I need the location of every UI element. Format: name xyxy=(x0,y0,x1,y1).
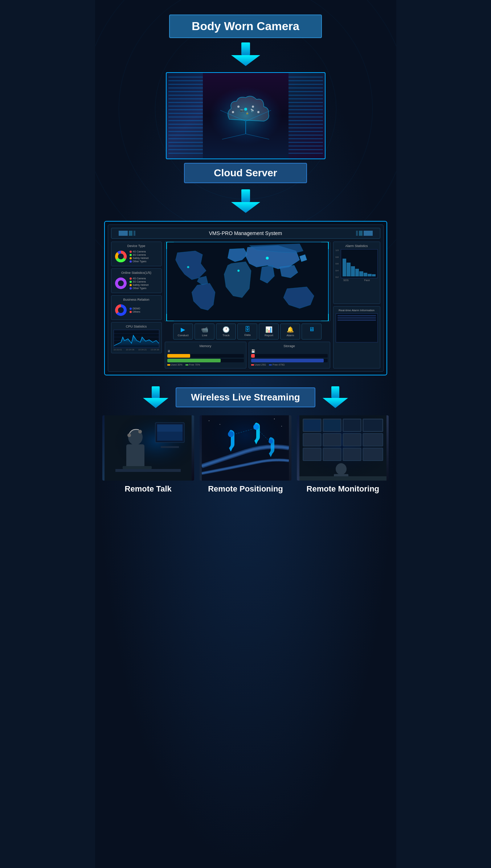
cloud-svg: 📷 🔒 📡 xyxy=(204,83,287,148)
svg-text:🔒: 🔒 xyxy=(246,111,249,115)
business-relation-content: DEMO Others xyxy=(114,303,159,317)
cpu-time-1: 10:33:51 xyxy=(114,349,122,351)
arrow-1 xyxy=(231,42,260,66)
svg-rect-76 xyxy=(303,448,321,461)
remote-positioning-label: Remote Positioning xyxy=(208,484,283,494)
data-label: Data xyxy=(244,333,250,337)
remote-talk-card: Remote Talk xyxy=(102,415,194,494)
svg-rect-50 xyxy=(157,424,183,441)
storage-title: Storage xyxy=(251,344,328,348)
svg-rect-0 xyxy=(241,42,250,55)
down-arrow-3-icon xyxy=(143,386,168,408)
live-label: Live xyxy=(202,334,208,337)
svg-point-9 xyxy=(237,106,240,108)
svg-marker-37 xyxy=(323,398,348,408)
cpu-time-4: 10:34:36 xyxy=(151,349,159,351)
conduct-icon: ▶ xyxy=(181,326,185,333)
storage-used-bar xyxy=(251,354,255,358)
conduct-button[interactable]: ▶ Conduct xyxy=(173,324,193,340)
alarm-bar-1 xyxy=(343,259,347,276)
device-type-content: 4G Camera 3G Camera Safety Helmet xyxy=(114,249,159,264)
svg-rect-72 xyxy=(303,433,321,446)
cpu-time-2: 10:34:06 xyxy=(126,349,134,351)
legend-4g-camera: 4G Camera xyxy=(130,250,149,253)
legend-others: Others xyxy=(130,310,140,313)
svg-point-60 xyxy=(274,419,275,419)
arrow-3-right xyxy=(323,386,348,408)
svg-point-47 xyxy=(138,430,142,433)
alarm-bars-chart xyxy=(341,249,378,278)
remote-talk-label: Remote Talk xyxy=(125,484,172,494)
svg-marker-17 xyxy=(231,202,260,213)
memory-used-legend: Used 30% xyxy=(167,363,183,366)
rt-row-2 xyxy=(337,317,376,318)
legend-online-3g: 3G Camera xyxy=(130,280,149,283)
page-wrapper: Body Worn Camera xyxy=(95,0,396,868)
svg-point-11 xyxy=(232,111,234,113)
cloud-server-label-box: Cloud Server xyxy=(184,163,307,183)
legend-online-other: Other Types xyxy=(130,287,149,289)
track-button[interactable]: 🕐 Track xyxy=(216,324,236,340)
svg-rect-83 xyxy=(304,420,320,431)
rt-row-3 xyxy=(337,320,376,321)
track-icon: 🕐 xyxy=(222,326,230,333)
real-time-body xyxy=(336,313,378,342)
legend-3g-camera: 3G Camera xyxy=(130,254,149,256)
svg-point-8 xyxy=(244,108,247,111)
data-icon: 🗄 xyxy=(245,326,250,333)
alarm-bar-6 xyxy=(364,273,368,277)
dashboard-inner: VMS-PRO Management System Device Type xyxy=(108,225,384,372)
data-button[interactable]: 🗄 Data xyxy=(237,324,257,340)
live-button[interactable]: 📹 Live xyxy=(195,324,214,340)
legend-other-types: Other Types xyxy=(130,260,149,263)
svg-rect-16 xyxy=(241,189,250,202)
cpu-stats-card: CPU Statistics xyxy=(111,322,162,353)
dashboard-header: VMS-PRO Management System xyxy=(111,228,380,239)
real-time-list xyxy=(336,314,377,323)
memory-free-label: Free 70% xyxy=(189,363,200,366)
memory-legend: Used 30% Free 70% xyxy=(167,363,244,366)
monitor-button[interactable]: 🖥 xyxy=(302,324,322,340)
storage-legend: Used 25G Free 475G xyxy=(251,363,328,366)
server-center: 📷 🔒 📡 xyxy=(203,73,289,159)
legend-online-4g: 4G Camera xyxy=(130,277,149,280)
bottom-section: Remote Talk xyxy=(102,415,389,494)
svg-rect-34 xyxy=(152,386,160,398)
cloud-server-label: Cloud Server xyxy=(214,167,277,179)
remote-positioning-image xyxy=(200,415,291,481)
rt-row-1 xyxy=(337,315,376,316)
report-button[interactable]: 📊 Report xyxy=(259,324,279,340)
remote-talk-svg xyxy=(105,415,192,481)
legend-demo: DEMO xyxy=(130,307,140,310)
storage-used-legend: Used 25G xyxy=(251,363,266,366)
storage-used-label: Used 25G xyxy=(255,363,266,366)
header-title-box: Body Worn Camera xyxy=(169,15,322,38)
memory-progress-bg xyxy=(167,354,244,358)
device-type-title: Device Type xyxy=(114,244,159,248)
storage-free-bar-bg xyxy=(251,359,328,362)
remote-talk-image xyxy=(102,415,194,481)
down-arrow-4-icon xyxy=(323,386,348,408)
alarm-stats-title: Alarm Statistics xyxy=(336,244,378,248)
storage-card: Storage 💾 xyxy=(249,342,330,369)
real-time-card: Real-time Alarm Information xyxy=(333,306,380,369)
header-deco-left xyxy=(119,231,135,236)
svg-text:📷: 📷 xyxy=(240,108,244,112)
arrow-2 xyxy=(231,189,260,213)
online-stats-legend: 4G Camera 3G Camera Safety Helmet xyxy=(130,277,149,289)
svg-point-53 xyxy=(228,431,234,437)
svg-rect-45 xyxy=(126,444,144,470)
storage-free-bar xyxy=(251,359,324,362)
storage-progress-bg xyxy=(251,354,328,358)
remote-monitoring-card: Remote Monitoring xyxy=(297,415,389,494)
remote-monitoring-label: Remote Monitoring xyxy=(307,484,379,494)
left-panel: Device Type xyxy=(111,242,162,369)
alarm-button[interactable]: 🔔 Alarm xyxy=(280,324,300,340)
svg-point-32 xyxy=(187,266,189,268)
device-type-card: Device Type xyxy=(111,242,162,266)
remote-positioning-card: Remote Positioning xyxy=(200,415,291,494)
svg-marker-1 xyxy=(231,55,260,66)
conduct-label: Conduct xyxy=(178,334,189,337)
svg-point-59 xyxy=(220,424,220,425)
memory-free-legend: Free 70% xyxy=(185,363,200,366)
